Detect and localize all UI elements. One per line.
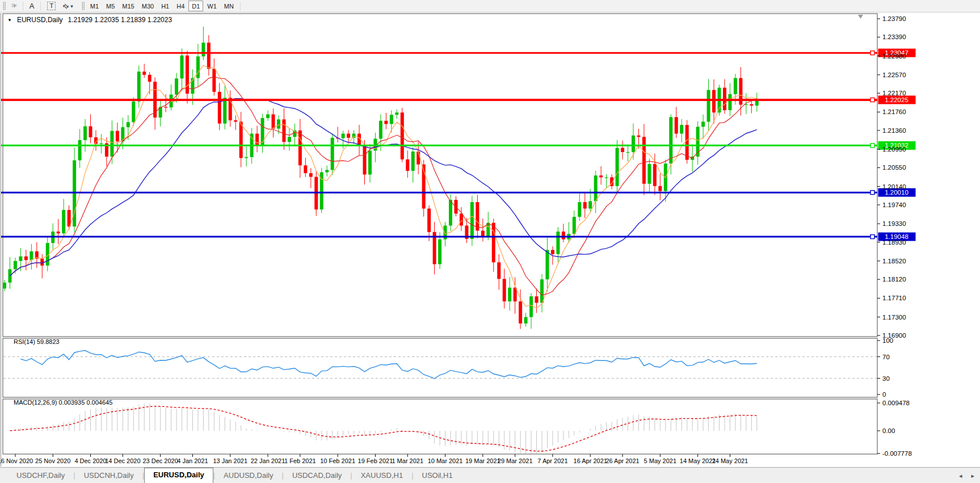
date-axis-label: 16 Nov 2020	[0, 457, 33, 464]
timeframe-h1[interactable]: H1	[158, 1, 173, 11]
hline-handle[interactable]	[870, 98, 874, 102]
price-axis-label: 1.22570	[882, 72, 906, 78]
toolbar: ⠿F A T ⇄ ▾ M1M5M15M30H1H4D1W1MN	[0, 0, 980, 12]
price-axis-label: 1.22170	[882, 90, 906, 96]
price-axis-label: 1.17710	[882, 295, 906, 301]
price-axis-label: 1.19330	[882, 220, 906, 227]
price-axis-label: 1.21760	[882, 108, 906, 115]
price-axis-label: 1.17300	[882, 314, 906, 321]
date-axis-label: 10 Feb 2021	[320, 457, 355, 464]
toolbar-separator	[40, 2, 41, 11]
macd-axis-label: 0.00	[882, 427, 895, 434]
hline-handle[interactable]	[870, 51, 874, 55]
timeframe-mn[interactable]: MN	[221, 1, 237, 11]
rsi-axis-label: 70	[882, 354, 890, 360]
toolbar-drag-handle[interactable]	[82, 2, 85, 10]
tab-usdcad-daily[interactable]: USDCAD,Daily	[284, 469, 350, 483]
chart-title-symbol: EURUSD,Daily	[17, 16, 63, 24]
date-axis-label: 16 Apr 2021	[574, 457, 607, 464]
price-badge-label: 1.20010	[885, 189, 909, 196]
timeframe-m5[interactable]: M5	[103, 1, 118, 11]
timeframe-m30[interactable]: M30	[138, 1, 157, 11]
application-window: ⠿F A T ⇄ ▾ M1M5M15M30H1H4D1W1MN ▼ EURUSD…	[0, 0, 980, 483]
chart-canvas[interactable]: 1.230471.220251.210321.200101.190481.237…	[0, 13, 980, 467]
date-axis-label: 7 Apr 2021	[537, 457, 567, 464]
date-axis-label: 4 Jan 2021	[177, 457, 208, 464]
rsi-axis-label: 30	[882, 375, 890, 382]
hline-handle[interactable]	[870, 235, 874, 239]
hline-handle[interactable]	[870, 191, 874, 195]
price-badge-label: 1.22025	[885, 96, 909, 103]
tab-usdchf-daily[interactable]: USDCHF,Daily	[8, 469, 73, 483]
timeframe-d1[interactable]: D1	[188, 1, 203, 11]
tab-scroll-right-icon[interactable]: ▸	[971, 472, 974, 480]
timeframe-m1[interactable]: M1	[87, 1, 102, 11]
date-axis-label: 26 Apr 2021	[605, 457, 639, 464]
tab-xauusd-h1[interactable]: XAUUSD,H1	[352, 469, 411, 483]
date-axis-label: 4 Dec 2020	[74, 457, 106, 464]
date-axis-label: 19 Feb 2021	[358, 457, 393, 464]
date-axis-label: 1 Feb 2021	[284, 457, 316, 464]
date-axis-label: 23 Dec 2020	[142, 457, 178, 464]
rsi-indicator-label: RSI(14) 59.8823	[14, 338, 60, 345]
indicator-grid-button[interactable]: ⠿F	[8, 1, 20, 11]
dropdown-caret-icon: ▾	[70, 3, 73, 9]
price-axis-label: 1.20950	[882, 146, 906, 153]
price-axis-label: 1.19740	[882, 201, 906, 208]
tab-usdcnh-daily[interactable]: USDCNH,Daily	[75, 469, 142, 483]
chart-tab-bar: USDCHF,Daily|USDCNH,Daily|EURUSD,Daily|A…	[0, 467, 980, 483]
date-axis-label: 1 Mar 2021	[392, 457, 423, 464]
macd-axis-label: -0.007778	[882, 450, 912, 457]
date-axis-label: 14 May 2021	[680, 457, 716, 464]
date-axis-label: 24 May 2021	[712, 457, 748, 464]
price-axis-label: 1.20140	[882, 183, 906, 190]
price-axis-label: 1.20550	[882, 164, 906, 171]
price-axis-label: 1.22980	[882, 53, 906, 60]
price-axis-label: 1.23790	[882, 15, 906, 22]
date-axis-label: 29 Mar 2021	[498, 457, 533, 464]
date-axis-label: 13 Jan 2021	[213, 457, 247, 464]
rsi-axis-label: 0	[882, 391, 886, 398]
timeframe-m15[interactable]: M15	[119, 1, 137, 11]
timeframe-w1[interactable]: W1	[204, 1, 220, 11]
macd-axis-label: 0.009478	[882, 400, 910, 406]
tab-scroll-left-icon[interactable]: ◂	[959, 472, 962, 480]
tabs: USDCHF,Daily|USDCNH,Daily|EURUSD,Daily|A…	[0, 468, 461, 483]
swap-arrows-icon: ⇄	[61, 1, 71, 11]
tab-eurusd-daily[interactable]: EURUSD,Daily	[144, 468, 213, 483]
text-tool-icon: T	[47, 2, 56, 10]
timeframe-h4[interactable]: H4	[173, 1, 188, 11]
rsi-axis-label: 100	[882, 337, 893, 344]
f-label: F	[14, 3, 16, 9]
hline-handle[interactable]	[870, 144, 874, 148]
collapse-triangle-icon[interactable]: ▼	[7, 18, 12, 23]
price-axis-label: 1.18930	[882, 239, 906, 246]
date-axis-label: 22 Jan 2021	[251, 457, 285, 464]
date-axis-label: 25 Nov 2020	[35, 457, 70, 464]
toolbar-separator	[23, 2, 23, 11]
price-axis-label: 1.21360	[882, 127, 906, 134]
date-axis-label: 10 Mar 2021	[428, 457, 463, 464]
price-axis-label: 1.23390	[882, 33, 906, 40]
price-axis-label: 1.18520	[882, 258, 906, 264]
date-axis-label: 5 May 2021	[644, 457, 676, 464]
tab-audusd-daily[interactable]: AUDUSD,Daily	[215, 469, 281, 483]
chart-title-ohlc: 1.21929 1.22035 1.21839 1.22023	[68, 16, 173, 24]
tab-scroll-buttons: ◂ ▸	[959, 472, 974, 480]
annotation-a-button[interactable]: A	[26, 1, 38, 11]
tab-usoil-h1[interactable]: USOil,H1	[414, 469, 461, 483]
cycle-symbols-button[interactable]: ⇄ ▾	[60, 1, 77, 11]
date-axis-label: 19 Mar 2021	[465, 457, 500, 464]
macd-indicator-label: MACD(12,26,9) 0.003935 0.004645	[14, 399, 112, 406]
main-chart-panel[interactable]	[3, 14, 877, 337]
date-axis-label: 14 Dec 2020	[105, 457, 140, 464]
chart-title: ▼ EURUSD,Daily 1.21929 1.22035 1.21839 1…	[7, 16, 172, 24]
timeframe-button-group: M1M5M15M30H1H4D1W1MN	[87, 1, 237, 11]
rsi-panel[interactable]	[3, 338, 877, 397]
text-tool-button[interactable]: T	[44, 1, 59, 11]
toolbar-separator	[240, 2, 241, 11]
toolbar-drag-handle[interactable]	[3, 2, 6, 10]
price-axis-label: 1.18120	[882, 276, 906, 283]
